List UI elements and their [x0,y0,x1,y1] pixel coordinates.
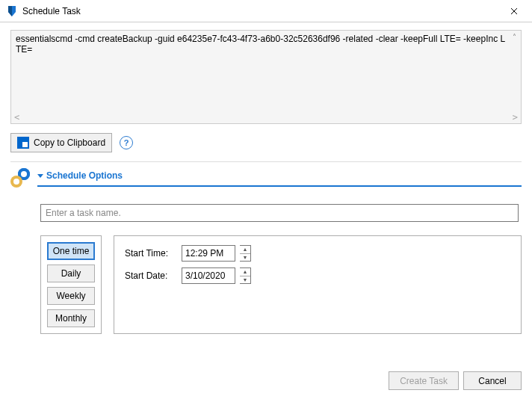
start-time-input[interactable]: 12:29 PM [182,245,235,262]
command-text: essentialscmd -cmd createBackup -guid e6… [11,31,521,111]
frequency-panel: One time Daily Weekly Monthly [40,235,102,334]
start-time-label: Start Time: [125,248,177,259]
create-task-button[interactable]: Create Task [389,371,459,390]
frequency-one-time[interactable]: One time [47,242,95,260]
close-button[interactable] [502,0,526,22]
spin-down-icon[interactable]: ▼ [240,254,250,262]
start-date-spinner[interactable]: ▲▼ [240,267,251,284]
title-bar: Schedule Task [0,0,532,22]
copy-to-clipboard-button[interactable]: Copy to Clipboard [10,133,112,152]
spin-up-icon[interactable]: ▲ [240,268,250,276]
app-icon [6,5,18,17]
scroll-left-icon[interactable]: < [14,112,19,123]
task-name-input[interactable] [40,204,519,222]
help-button[interactable]: ? [120,136,133,149]
horizontal-scrollbar[interactable]: < > [11,111,521,123]
frequency-weekly[interactable]: Weekly [47,287,95,305]
frequency-daily[interactable]: Daily [47,265,95,282]
separator [10,161,522,162]
window-title: Schedule Task [22,6,502,16]
start-time-spinner[interactable]: ▲▼ [240,245,251,262]
command-textarea[interactable]: essentialscmd -cmd createBackup -guid e6… [10,30,522,124]
copy-label: Copy to Clipboard [34,137,105,148]
spin-down-icon[interactable]: ▼ [240,276,250,284]
clipboard-icon [17,137,29,149]
start-date-input[interactable]: 3/10/2020 [182,267,235,284]
dialog-footer: Create Task Cancel [389,371,522,390]
scroll-up-icon[interactable]: ˄ [509,32,519,43]
frequency-monthly[interactable]: Monthly [47,309,95,327]
gears-icon [10,168,31,189]
cancel-button[interactable]: Cancel [463,371,522,390]
spin-up-icon[interactable]: ▲ [240,246,250,254]
time-date-panel: Start Time: 12:29 PM ▲▼ Start Date: 3/10… [114,235,522,334]
schedule-options-header[interactable]: Schedule Options [10,168,522,189]
schedule-options-title: Schedule Options [46,170,123,181]
scroll-right-icon[interactable]: > [513,112,518,123]
collapse-caret-icon[interactable] [37,174,43,178]
start-date-label: Start Date: [125,270,177,281]
